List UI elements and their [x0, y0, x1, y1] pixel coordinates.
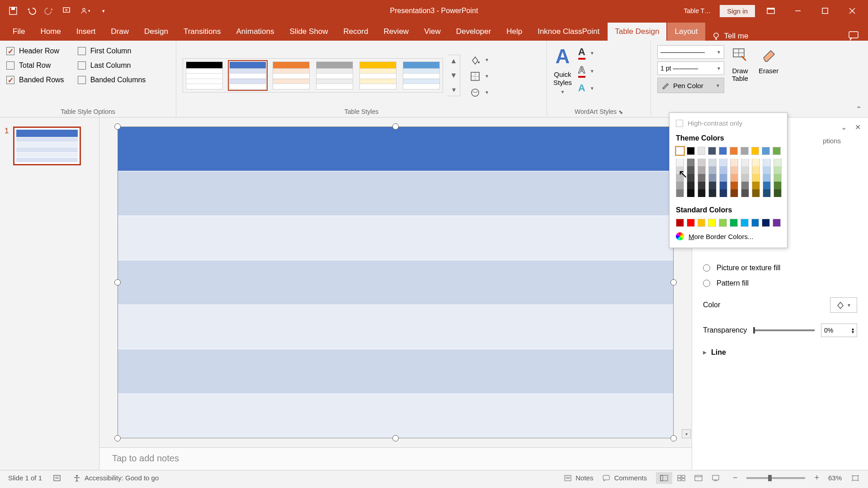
table-style-thumb[interactable]	[316, 61, 353, 89]
color-swatch[interactable]	[774, 174, 782, 182]
color-swatch[interactable]	[752, 189, 760, 197]
color-swatch[interactable]	[763, 182, 771, 189]
draw-table-button[interactable]: Draw Table	[731, 45, 750, 113]
color-swatch[interactable]	[698, 182, 706, 189]
color-swatch[interactable]	[741, 166, 749, 174]
user-icon[interactable]: ▾	[80, 6, 90, 16]
color-swatch[interactable]	[730, 147, 738, 155]
color-swatch[interactable]	[773, 147, 781, 155]
color-swatch[interactable]	[687, 166, 695, 174]
color-swatch[interactable]	[741, 182, 749, 189]
color-swatch[interactable]	[676, 189, 684, 197]
selection-handle[interactable]	[670, 435, 677, 441]
color-swatch[interactable]	[741, 159, 749, 166]
color-swatch[interactable]	[708, 166, 717, 174]
color-swatch[interactable]	[763, 189, 771, 197]
tab-record[interactable]: Record	[336, 23, 376, 41]
tab-help[interactable]: Help	[499, 23, 529, 41]
header-row-checkbox[interactable]: Header Row	[6, 47, 64, 55]
zoom-slider[interactable]	[746, 477, 805, 479]
color-swatch[interactable]	[730, 166, 738, 174]
table-row[interactable]	[118, 305, 673, 350]
notes-toggle[interactable]: Notes	[564, 474, 593, 482]
tab-layout[interactable]: Layout	[667, 23, 705, 41]
redo-icon[interactable]	[44, 6, 54, 16]
color-swatch[interactable]	[698, 174, 706, 182]
table-header-row[interactable]	[118, 127, 673, 171]
color-swatch[interactable]	[719, 219, 727, 227]
slide-sorter-view-icon[interactable]	[673, 472, 689, 484]
table-row[interactable]	[118, 171, 673, 216]
pane-close-icon[interactable]: ✕	[855, 123, 861, 131]
scroll-down-icon[interactable]: ▾	[682, 429, 691, 438]
tab-insert[interactable]: Insert	[69, 23, 103, 41]
fill-color-button[interactable]: ▼	[830, 297, 857, 313]
color-swatch[interactable]	[730, 182, 738, 189]
color-swatch[interactable]	[763, 166, 771, 174]
color-swatch[interactable]	[719, 147, 727, 155]
color-swatch[interactable]	[741, 174, 749, 182]
comments-pane-icon[interactable]	[848, 31, 859, 41]
notes-pane[interactable]: Tap to add notes	[99, 447, 692, 470]
color-swatch[interactable]	[773, 219, 781, 227]
color-swatch[interactable]	[708, 147, 716, 155]
selection-handle[interactable]	[114, 435, 121, 441]
color-swatch[interactable]	[751, 147, 760, 155]
color-swatch[interactable]	[730, 189, 738, 197]
selection-handle[interactable]	[114, 123, 121, 130]
color-swatch[interactable]	[751, 219, 760, 227]
color-swatch[interactable]	[752, 159, 760, 166]
color-swatch[interactable]	[752, 174, 760, 182]
normal-view-icon[interactable]	[656, 472, 672, 484]
color-swatch[interactable]	[687, 219, 695, 227]
effects-dropdown[interactable]: ▼	[469, 87, 489, 99]
table-style-thumb[interactable]	[359, 61, 396, 89]
gallery-up-icon[interactable]: ▲	[449, 57, 458, 65]
text-fill-dropdown[interactable]: A▼	[578, 46, 594, 60]
color-swatch[interactable]	[708, 189, 717, 197]
color-swatch[interactable]	[752, 166, 760, 174]
slide-counter[interactable]: Slide 1 of 1	[8, 474, 42, 482]
pen-weight-select[interactable]: 1 pt ————▼	[657, 61, 724, 75]
color-swatch[interactable]	[708, 182, 717, 189]
color-swatch[interactable]	[719, 174, 727, 182]
color-swatch[interactable]	[762, 147, 770, 155]
color-swatch[interactable]	[708, 174, 717, 182]
selection-handle[interactable]	[670, 279, 677, 286]
color-swatch[interactable]	[774, 159, 782, 166]
table-style-thumb[interactable]	[229, 61, 266, 89]
color-swatch[interactable]	[698, 147, 706, 155]
color-swatch[interactable]	[719, 166, 727, 174]
shading-dropdown[interactable]: ▼	[469, 54, 489, 66]
slide-thumbnail-1[interactable]: 1	[5, 127, 94, 165]
color-swatch[interactable]	[698, 219, 706, 227]
accessibility-status[interactable]: Accessibility: Good to go	[73, 474, 159, 482]
color-swatch[interactable]	[676, 219, 684, 227]
pen-color-button[interactable]: Pen Color ▼	[657, 78, 724, 93]
save-icon[interactable]	[8, 6, 18, 16]
color-swatch[interactable]	[676, 147, 684, 155]
color-swatch[interactable]	[730, 174, 738, 182]
pattern-fill-radio[interactable]: Pattern fill	[703, 276, 857, 291]
table-style-thumb[interactable]	[403, 61, 440, 89]
total-row-checkbox[interactable]: Total Row	[6, 61, 64, 70]
pane-options-icon[interactable]: ⌄	[841, 123, 847, 131]
comments-toggle[interactable]: Comments	[602, 474, 647, 482]
tell-me-search[interactable]: Tell me	[712, 32, 749, 41]
fit-to-window-icon[interactable]	[851, 474, 860, 482]
color-swatch[interactable]	[719, 159, 727, 166]
tab-design[interactable]: Design	[137, 23, 175, 41]
banded-columns-checkbox[interactable]: Banded Columns	[78, 76, 146, 84]
tab-table-design[interactable]: Table Design	[608, 23, 666, 41]
color-swatch[interactable]	[676, 166, 684, 174]
maximize-icon[interactable]	[814, 2, 836, 20]
high-contrast-checkbox[interactable]: High-contrast only	[670, 117, 787, 130]
color-swatch[interactable]	[774, 182, 782, 189]
color-swatch[interactable]	[708, 219, 716, 227]
selection-handle[interactable]	[114, 279, 121, 286]
zoom-out-icon[interactable]: −	[733, 473, 738, 483]
color-swatch[interactable]	[719, 189, 727, 197]
selection-handle[interactable]	[392, 123, 399, 130]
tab-review[interactable]: Review	[376, 23, 416, 41]
color-swatch[interactable]	[687, 182, 695, 189]
